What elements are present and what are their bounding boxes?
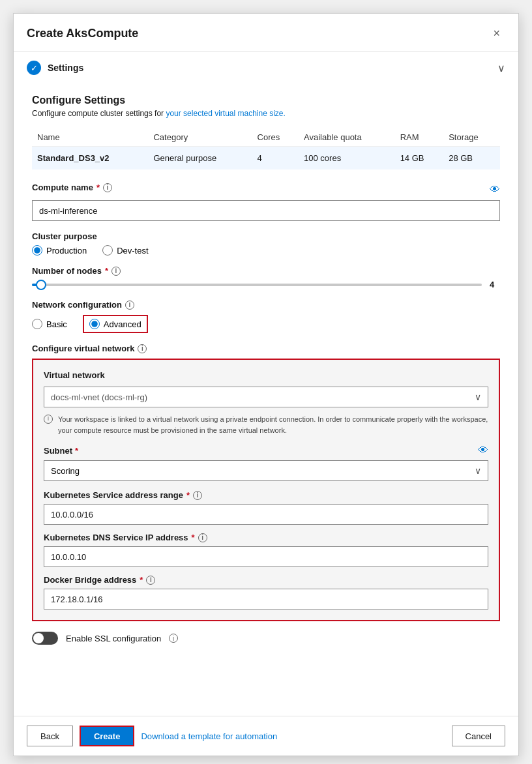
vnet-link[interactable]: your selected virtual machine size. (166, 109, 285, 118)
required-star: * (96, 183, 100, 192)
required-star-nodes: * (105, 266, 108, 276)
network-config-field: Network configuration i Basic Advanced (32, 300, 500, 333)
cluster-purpose-label: Cluster purpose (32, 231, 500, 241)
radio-production[interactable]: Production (32, 245, 87, 256)
automation-link[interactable]: Download a template for automation (141, 731, 277, 741)
ssl-toggle-switch[interactable] (32, 632, 58, 645)
radio-advanced-label: Advanced (104, 319, 141, 329)
vnet-dropdown[interactable]: docs-ml-vnet (docs-ml-rg) ∨ (44, 387, 488, 407)
radio-dev-test-input[interactable] (102, 245, 113, 256)
compute-name-field: Compute name * i 👁 (32, 183, 500, 221)
radio-basic-label: Basic (46, 319, 67, 329)
dialog-footer: Back Create Download a template for auto… (14, 716, 518, 756)
col-storage: Storage (443, 128, 500, 147)
vnet-dropdown-value: docs-ml-vnet (docs-ml-rg) (51, 392, 147, 402)
vm-name: Standard_DS3_v2 (32, 147, 148, 170)
compute-name-label: Compute name * i (32, 183, 112, 192)
col-name: Name (32, 128, 148, 147)
radio-advanced[interactable]: Advanced (85, 317, 145, 331)
chevron-down-icon: ∨ (497, 62, 505, 74)
vnet-info-note: i Your workspace is linked to a virtual … (44, 414, 488, 435)
k8s-service-input[interactable] (44, 504, 488, 525)
dialog-title: Create AksCompute (27, 27, 138, 40)
configure-settings-subtitle: Configure compute cluster settings for y… (32, 109, 500, 118)
docker-bridge-input[interactable] (44, 589, 488, 610)
num-nodes-info-icon[interactable]: i (111, 267, 121, 276)
advanced-radio-border: Advanced (83, 315, 148, 333)
num-nodes-label: Number of nodes * i (32, 266, 500, 276)
radio-basic-input[interactable] (32, 319, 42, 329)
create-button[interactable]: Create (80, 726, 134, 746)
col-ram: RAM (395, 128, 444, 147)
main-content: Configure Settings Configure compute clu… (14, 84, 518, 716)
ssl-toggle-row: Enable SSL configuration i (32, 632, 500, 645)
k8s-service-label: Kubernetes Service address range * i (44, 490, 488, 500)
cancel-button[interactable]: Cancel (452, 726, 505, 746)
back-button[interactable]: Back (27, 726, 73, 746)
vm-cores: 4 (252, 147, 299, 170)
compute-name-info-icon[interactable]: i (103, 183, 112, 192)
radio-dev-test[interactable]: Dev-test (102, 245, 148, 256)
docker-bridge-label: Docker Bridge address * i (44, 575, 488, 585)
slider-thumb[interactable] (36, 280, 46, 290)
toggle-thumb (33, 633, 44, 643)
cluster-purpose-radio-group: Production Dev-test (32, 245, 500, 256)
configure-vnet-label: Configure virtual network i (32, 344, 500, 353)
vm-category: General purpose (148, 147, 252, 170)
num-nodes-field: Number of nodes * i 4 (32, 266, 500, 289)
vnet-box: Virtual network docs-ml-vnet (docs-ml-rg… (32, 359, 500, 621)
vnet-info-icon: i (44, 415, 53, 424)
col-quota: Available quota (299, 128, 395, 147)
subnet-dropdown[interactable]: Scoring ∨ (44, 460, 488, 481)
vm-storage: 28 GB (443, 147, 500, 170)
create-akscompute-dialog: Create AksCompute × ✓ Settings ∨ Configu… (13, 13, 519, 756)
vm-quota: 100 cores (299, 147, 395, 170)
settings-label: Settings (48, 63, 83, 73)
slider-value: 4 (490, 280, 500, 289)
k8s-service-info-icon[interactable]: i (193, 491, 202, 500)
vm-ram: 14 GB (395, 147, 444, 170)
docker-bridge-info-icon[interactable]: i (146, 576, 155, 585)
network-config-label: Network configuration i (32, 300, 500, 310)
radio-basic[interactable]: Basic (32, 319, 67, 329)
k8s-dns-input[interactable] (44, 546, 488, 567)
settings-check-icon: ✓ (27, 61, 41, 75)
col-cores: Cores (252, 128, 299, 147)
subnet-eye-icon[interactable]: 👁 (478, 445, 488, 456)
slider-track[interactable] (32, 284, 482, 286)
subnet-dropdown-chevron-icon: ∨ (475, 465, 481, 476)
settings-section: ✓ Settings ∨ (14, 51, 518, 84)
vm-table: Name Category Cores Available quota RAM … (32, 128, 500, 169)
radio-production-input[interactable] (32, 245, 42, 256)
table-row[interactable]: Standard_DS3_v2 General purpose 4 100 co… (32, 147, 500, 170)
cluster-purpose-field: Cluster purpose Production Dev-test (32, 231, 500, 256)
configure-settings-title: Configure Settings (32, 84, 500, 106)
network-config-radio-group: Basic Advanced (32, 315, 500, 333)
dialog-header: Create AksCompute × (14, 14, 518, 51)
compute-name-input[interactable] (32, 200, 500, 221)
settings-accordion-header[interactable]: ✓ Settings ∨ (14, 51, 518, 84)
nodes-slider-container: 4 (32, 280, 500, 289)
ssl-toggle-label: Enable SSL configuration (66, 634, 161, 643)
network-config-info-icon[interactable]: i (125, 301, 134, 310)
ssl-toggle-info-icon[interactable]: i (169, 634, 178, 643)
k8s-dns-info-icon[interactable]: i (198, 533, 207, 542)
radio-production-label: Production (46, 246, 87, 256)
close-button[interactable]: × (488, 24, 505, 43)
radio-dev-test-label: Dev-test (117, 246, 148, 256)
radio-advanced-input[interactable] (89, 319, 100, 329)
vnet-dropdown-chevron-icon: ∨ (475, 392, 481, 402)
eye-icon[interactable]: 👁 (490, 184, 500, 196)
settings-header-left: ✓ Settings (27, 61, 83, 75)
subnet-header: Subnet * 👁 (44, 445, 488, 456)
vnet-box-title: Virtual network (44, 370, 488, 380)
k8s-dns-label: Kubernetes DNS Service IP address * i (44, 533, 488, 542)
configure-vnet-info-icon[interactable]: i (138, 344, 147, 353)
subnet-label: Subnet * (44, 446, 78, 456)
col-category: Category (148, 128, 252, 147)
subnet-dropdown-value: Scoring (51, 466, 80, 476)
